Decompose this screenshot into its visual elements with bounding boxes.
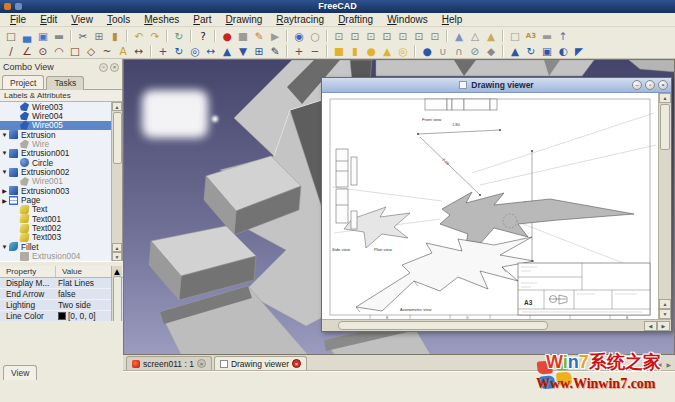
close-tab-icon[interactable]: × [292,359,301,368]
draft-circle-button[interactable]: ⊙ [35,44,51,58]
mdi-tab-drawing-viewer[interactable]: Drawing viewer× [214,356,307,370]
draft-downgrade-button[interactable]: ▼ [235,44,251,58]
scroll-up-icon[interactable]: ▲ [112,102,122,111]
property-value[interactable]: [0, 0, 0] [56,311,96,321]
expand-icon[interactable]: ▶ [0,187,9,194]
tab-project[interactable]: Project [2,75,44,89]
undo-button[interactable]: ↶ [131,29,147,43]
tree-item-text[interactable]: Text [0,205,112,214]
draft-offset-button[interactable]: ↔ [203,44,219,58]
cut-button[interactable]: ✂ [75,29,91,43]
macro-play-button[interactable]: ▶ [267,29,283,43]
title-bar[interactable]: FreeCAD [0,0,675,13]
zoom-box-button[interactable]: ◉ [291,29,307,43]
macro-record-button[interactable]: ● [219,29,235,43]
menu-drawing[interactable]: Drawing [219,14,270,25]
minimize-icon[interactable]: − [632,80,642,90]
part-cut-button[interactable]: ⊘ [467,44,483,58]
part-union-button[interactable]: ∪ [435,44,451,58]
draft-arc-button[interactable]: ◠ [51,44,67,58]
menu-windows[interactable]: Windows [380,14,435,25]
whats-this-button[interactable]: ? [195,29,211,43]
open-file-button[interactable]: ▄ [19,29,35,43]
close-tab-icon[interactable]: × [197,359,206,368]
print-button[interactable]: ▬ [51,29,67,43]
part-common-button[interactable]: ∩ [451,44,467,58]
part-chamfer-button[interactable]: ◤ [571,44,587,58]
draft-dimension-button[interactable]: ↔ [131,44,147,58]
view-top-button[interactable]: ⊡ [363,29,379,43]
part-sphere-button[interactable]: ● [363,44,379,58]
collapse-icon[interactable]: ▼ [0,132,9,138]
redo-button[interactable]: ↷ [147,29,163,43]
property-value[interactable]: false [56,289,76,299]
tree-item-extrusion[interactable]: ▼Extrusion [0,130,112,139]
menu-drafting[interactable]: Drafting [331,14,380,25]
tree-item-fillet[interactable]: ▼Fillet [0,242,112,251]
scroll-up-icon[interactable]: ▲ [659,299,671,309]
maximize-icon[interactable]: ▫ [645,80,655,90]
macro-stop-button[interactable]: ■ [235,29,251,43]
property-value[interactable]: Flat Lines [56,278,94,288]
draft-line-button[interactable]: / [3,44,19,58]
scroll-right-icon[interactable]: ▶ [657,321,670,331]
menu-tools[interactable]: Tools [100,14,137,25]
drawing-icon-1-button[interactable]: ▲ [451,29,467,43]
property-row[interactable]: Display M...Flat Lines [0,278,123,289]
view-bottom-button[interactable]: ⊡ [411,29,427,43]
menu-edit[interactable]: Edit [33,14,64,25]
tab-view[interactable]: View [3,365,37,380]
scrollbar-thumb[interactable] [113,112,122,164]
part-section-button[interactable]: ◆ [483,44,499,58]
save-file-button[interactable]: ▣ [35,29,51,43]
scroll-up-icon[interactable]: ▲ [659,93,671,103]
new-file-button[interactable]: □ [3,29,19,43]
view-rear-button[interactable]: ⊡ [395,29,411,43]
panel-float-icon[interactable]: ▫ [99,63,108,72]
part-revolve-button[interactable]: ↻ [523,44,539,58]
menu-part[interactable]: Part [186,14,218,25]
scene-graph-button[interactable]: ○ [307,29,323,43]
collapse-icon[interactable]: ▼ [0,244,9,250]
draft-move-button[interactable]: + [155,44,171,58]
draft-snap-button[interactable]: ◎ [187,44,203,58]
collapse-icon[interactable]: ▼ [0,150,9,156]
tree-item-text001[interactable]: Text001 [0,214,112,223]
drawing-icon-2-button[interactable]: △ [467,29,483,43]
close-icon[interactable]: × [658,80,668,90]
drawing-viewer-titlebar[interactable]: Drawing viewer − ▫ × [322,78,671,93]
draft-scale-button[interactable]: ⊞ [251,44,267,58]
tab-tasks[interactable]: Tasks [46,76,84,90]
tree-item-extrusion002[interactable]: ▼Extrusion002 [0,167,112,176]
menu-meshes[interactable]: Meshes [137,14,186,25]
part-extrude-button[interactable]: ▲ [507,44,523,58]
open-sheet-button[interactable]: ▬ [539,29,555,43]
property-value[interactable]: Two side [56,300,91,310]
view-right-button[interactable]: ⊡ [379,29,395,43]
tree-scrollbar[interactable]: ▲ ▲ ▼ [111,102,122,261]
tree-item-page[interactable]: ▶Page [0,195,112,204]
tree-item-wire003[interactable]: Wire003 [0,102,112,111]
menu-file[interactable]: File [3,14,33,25]
draft-bspline-button[interactable]: ~ [99,44,115,58]
menu-help[interactable]: Help [435,14,470,25]
tree-item-extrusion003[interactable]: ▶Extrusion003 [0,186,112,195]
panel-close-icon[interactable]: × [110,63,119,72]
collapse-icon[interactable]: ▼ [0,169,9,175]
tree-item-wire[interactable]: Wire [0,139,112,148]
drawing-icon-3-button[interactable]: ▲ [483,29,499,43]
add-point-button[interactable]: + [291,44,307,58]
mdi-tab-screen011-1[interactable]: screen011 : 1× [126,356,212,370]
draft-rotate-button[interactable]: ↻ [171,44,187,58]
part-cylinder-button[interactable]: ▮ [347,44,363,58]
drawing-viewer-window[interactable]: Drawing viewer − ▫ × B G B [321,77,672,332]
tree-item-wire001[interactable]: Wire001 [0,177,112,186]
3d-viewport[interactable]: Drawing viewer − ▫ × B G B [123,59,675,355]
copy-button[interactable]: ⊞ [91,29,107,43]
scrollbar-thumb[interactable] [338,321,548,330]
draft-upgrade-button[interactable]: ▲ [219,44,235,58]
view-axonometric-button[interactable]: ⊡ [331,29,347,43]
property-row[interactable]: End Arrowfalse [0,289,123,300]
tree-item-extrusion001[interactable]: ▼Extrusion001 [0,149,112,158]
tree-item-extrusion004[interactable]: Extrusion004 [0,252,112,261]
